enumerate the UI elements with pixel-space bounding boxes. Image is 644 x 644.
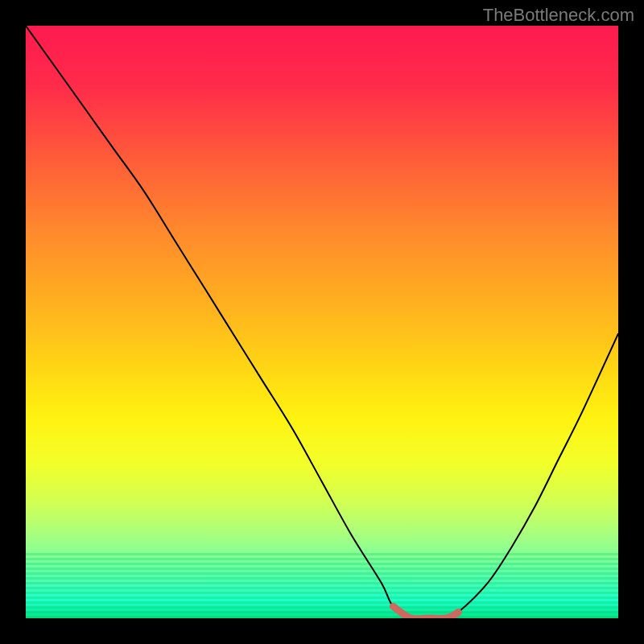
watermark-text: TheBottleneck.com bbox=[483, 5, 634, 26]
flat-segment-highlight-path bbox=[393, 606, 458, 618]
chart-plot-area bbox=[26, 26, 618, 618]
bottleneck-curve-path bbox=[26, 26, 618, 618]
chart-svg bbox=[26, 26, 618, 618]
